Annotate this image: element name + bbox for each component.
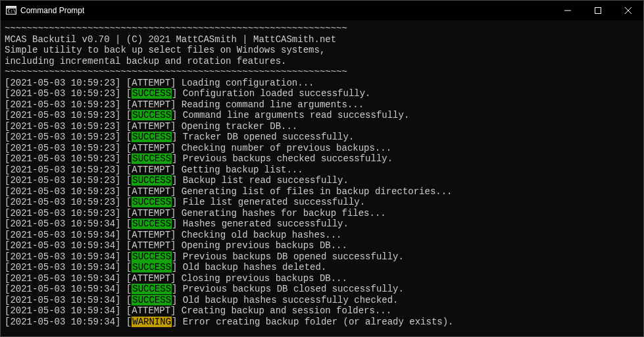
command-prompt-window: C:\ Command Prompt ~~~~~~~~~~~~~~~~~~~~~… (0, 0, 644, 337)
log-line: [2021-05-03 10:59:23] [SUCCESS] Previous… (5, 153, 639, 165)
maximize-icon (595, 7, 601, 14)
log-line: [2021-05-03 10:59:23] [SUCCESS] Tracker … (5, 132, 639, 143)
close-icon (625, 7, 632, 14)
log-line: [2021-05-03 10:59:34] [SUCCESS] Previous… (5, 284, 639, 295)
log-line: [2021-05-03 10:59:23] [SUCCESS] File lis… (5, 197, 639, 208)
log-line: [2021-05-03 10:59:34] [WARNING] Error cr… (5, 317, 639, 328)
log-line: [2021-05-03 10:59:23] [SUCCESS] Command … (5, 110, 639, 121)
log-line: [2021-05-03 10:59:23] [ATTEMPT] Loading … (5, 78, 639, 89)
window-title: Command Prompt (20, 6, 553, 15)
console-output[interactable]: ~~~~~~~~~~~~~~~~~~~~~~~~~~~~~~~~~~~~~~~~… (1, 20, 643, 336)
minimize-icon (564, 7, 571, 14)
titlebar[interactable]: C:\ Command Prompt (1, 1, 643, 20)
header-separator: ~~~~~~~~~~~~~~~~~~~~~~~~~~~~~~~~~~~~~~~~… (5, 23, 639, 34)
close-button[interactable] (613, 1, 643, 20)
minimize-button[interactable] (553, 1, 583, 20)
header-separator: ~~~~~~~~~~~~~~~~~~~~~~~~~~~~~~~~~~~~~~~~… (5, 66, 639, 78)
log-line: [2021-05-03 10:59:23] [ATTEMPT] Reading … (5, 99, 639, 111)
svg-rect-4 (595, 8, 601, 14)
log-line: [2021-05-03 10:59:23] [SUCCESS] Backup l… (5, 175, 639, 186)
log-line: [2021-05-03 10:59:34] [SUCCESS] Old back… (5, 262, 639, 273)
log-line: [2021-05-03 10:59:23] [ATTEMPT] Getting … (5, 165, 639, 176)
svg-text:C:\: C:\ (8, 9, 16, 14)
log-line: [2021-05-03 10:59:34] [SUCCESS] Previous… (5, 251, 639, 263)
log-line: [2021-05-03 10:59:34] [ATTEMPT] Closing … (5, 273, 639, 284)
header-desc-line: including incremental backup and rotatio… (5, 56, 639, 67)
log-line: [2021-05-03 10:59:23] [ATTEMPT] Checking… (5, 143, 639, 154)
app-icon: C:\ (6, 5, 16, 16)
log-line: [2021-05-03 10:59:23] [SUCCESS] Configur… (5, 88, 639, 99)
log-line: [2021-05-03 10:59:34] [SUCCESS] Old back… (5, 295, 639, 306)
window-controls (553, 1, 643, 20)
log-line: [2021-05-03 10:59:34] [ATTEMPT] Creating… (5, 305, 639, 317)
log-line: [2021-05-03 10:59:23] [ATTEMPT] Generati… (5, 208, 639, 219)
header-desc-line: Simple utility to back up select files o… (5, 45, 639, 56)
log-line: [2021-05-03 10:59:23] [ATTEMPT] Generati… (5, 186, 639, 197)
log-line: [2021-05-03 10:59:23] [ATTEMPT] Opening … (5, 121, 639, 132)
maximize-button[interactable] (583, 1, 613, 20)
log-line: [2021-05-03 10:59:34] [ATTEMPT] Checking… (5, 230, 639, 241)
log-line: [2021-05-03 10:59:34] [SUCCESS] Hashes g… (5, 219, 639, 230)
header-title-line: MCAS Backutil v0.70 | (C) 2021 MattCASmi… (5, 34, 639, 45)
log-line: [2021-05-03 10:59:34] [ATTEMPT] Opening … (5, 240, 639, 251)
